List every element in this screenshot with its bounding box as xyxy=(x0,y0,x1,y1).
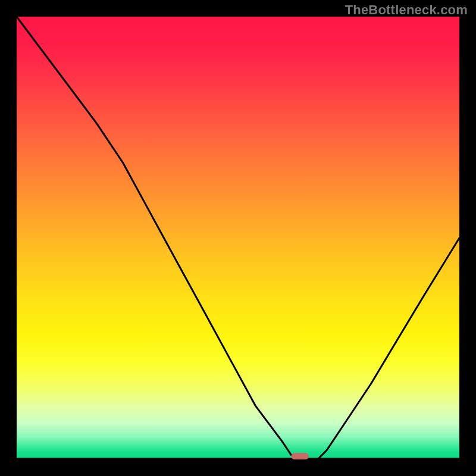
optimal-region-marker xyxy=(291,453,309,459)
bottleneck-curve-line xyxy=(17,17,459,459)
chart-stage: TheBottleneck.com xyxy=(0,0,476,476)
chart-svg xyxy=(17,17,459,459)
plot-area xyxy=(17,17,459,459)
watermark-text: TheBottleneck.com xyxy=(345,2,468,18)
